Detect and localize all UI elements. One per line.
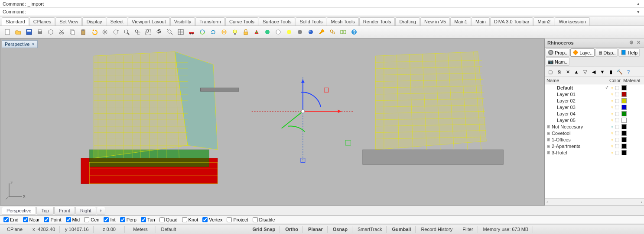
- rotate-icon[interactable]: [111, 27, 120, 37]
- cut-icon[interactable]: [57, 27, 66, 37]
- osnap-checkbox[interactable]: [104, 217, 109, 222]
- color-swatch[interactable]: [621, 98, 627, 103]
- undo-icon[interactable]: [89, 27, 99, 37]
- layer-row[interactable]: Layer 03♀⬚: [545, 104, 644, 110]
- osnap-checkbox[interactable]: [23, 217, 28, 222]
- layer-help-icon[interactable]: ?: [624, 68, 632, 76]
- tab-cplanes[interactable]: CPlanes: [29, 17, 55, 26]
- open-icon[interactable]: [13, 27, 23, 37]
- osnap-checkbox[interactable]: [120, 217, 125, 222]
- lock-icon[interactable]: ⬚: [615, 85, 620, 90]
- lock-icon[interactable]: ⬚: [615, 124, 620, 129]
- expand-icon[interactable]: ⊞: [546, 151, 551, 155]
- lock-icon[interactable]: ⬚: [615, 143, 620, 149]
- visibility-bulb-icon[interactable]: ♀: [609, 85, 615, 90]
- status-history[interactable]: Record History: [416, 226, 457, 233]
- osnap-checkbox[interactable]: [141, 217, 146, 222]
- zoomall-icon[interactable]: [165, 27, 175, 37]
- layer-up-icon[interactable]: ▲: [572, 68, 580, 76]
- refresh-icon[interactable]: [208, 27, 218, 37]
- osnap-mid[interactable]: Mid: [66, 217, 80, 222]
- layer-row[interactable]: ⊞Covetool♀⬚: [545, 130, 644, 136]
- layer-row[interactable]: ⊞2-Apartments♀⬚: [545, 143, 644, 149]
- tab-surface-tools[interactable]: Surface Tools: [259, 17, 295, 26]
- color-swatch[interactable]: [621, 124, 627, 129]
- 3d-icon[interactable]: [46, 27, 55, 37]
- tab-set-view[interactable]: Set View: [55, 17, 82, 26]
- zoomext-icon[interactable]: [143, 27, 153, 37]
- visibility-bulb-icon[interactable]: ♀: [609, 92, 615, 97]
- unwrap-icon[interactable]: [338, 27, 348, 37]
- status-layer[interactable]: Default: [157, 226, 200, 233]
- osnap-cen[interactable]: Cen: [84, 217, 99, 222]
- zoom-icon[interactable]: [122, 27, 131, 37]
- color-swatch[interactable]: [621, 150, 627, 155]
- view-tab-add[interactable]: +: [97, 207, 105, 215]
- visibility-bulb-icon[interactable]: ♀: [609, 98, 615, 103]
- grid-icon[interactable]: [176, 27, 185, 37]
- view-tab-perspective[interactable]: Perspective: [2, 207, 36, 215]
- osnap-int[interactable]: Int: [104, 217, 115, 222]
- osnap-checkbox[interactable]: [66, 217, 71, 222]
- osnap-checkbox[interactable]: [182, 217, 187, 222]
- osnap-checkbox[interactable]: [159, 217, 165, 222]
- lock-icon[interactable]: ⬚: [615, 130, 620, 136]
- tab-viewport-layout[interactable]: Viewport Layout: [128, 17, 170, 26]
- expand-icon[interactable]: ⊞: [546, 125, 551, 129]
- col-name[interactable]: Name: [546, 78, 588, 83]
- bulb-icon[interactable]: [230, 27, 240, 37]
- command-input[interactable]: [28, 9, 635, 15]
- expand-icon[interactable]: ⊞: [546, 138, 551, 142]
- tab-standard[interactable]: Standard: [2, 17, 29, 26]
- color-swatch[interactable]: [621, 131, 627, 136]
- cycle-icon[interactable]: [198, 27, 207, 37]
- color-swatch[interactable]: [621, 137, 627, 142]
- osnap-near[interactable]: Near: [23, 217, 40, 222]
- status-smarttrack[interactable]: SmartTrack: [353, 226, 387, 233]
- pan-icon[interactable]: [100, 27, 110, 37]
- lock-icon[interactable]: [241, 27, 250, 37]
- shade4-icon[interactable]: [295, 27, 305, 37]
- tab-mesh-tools[interactable]: Mesh Tools: [327, 17, 358, 26]
- layer-row[interactable]: Layer 01♀⬚: [545, 91, 644, 97]
- layer-filter-icon[interactable]: ◀: [590, 68, 598, 76]
- tab-display[interactable]: Display: [82, 17, 106, 26]
- tab-diva-3-0-toolbar[interactable]: DIVA 3.0 Toolbar: [490, 17, 533, 26]
- zoomsel-icon[interactable]: S: [154, 27, 164, 37]
- osnap-checkbox[interactable]: [202, 217, 208, 222]
- world-icon[interactable]: [219, 27, 229, 37]
- layer-tools-icon[interactable]: ▮: [607, 68, 615, 76]
- visibility-bulb-icon[interactable]: ♀: [609, 105, 615, 110]
- panel-gear-icon[interactable]: ⚙: [628, 40, 634, 46]
- layer-down-icon[interactable]: ▽: [581, 68, 589, 76]
- tab-select[interactable]: Select: [107, 17, 128, 26]
- layer-sublayer-icon[interactable]: ⎘: [555, 68, 563, 76]
- paint-icon[interactable]: [252, 27, 261, 37]
- scroll-left-icon[interactable]: ‹: [546, 199, 548, 205]
- color-swatch[interactable]: [621, 144, 627, 149]
- tab-main2[interactable]: Main2: [533, 17, 554, 26]
- visibility-bulb-icon[interactable]: ♀: [609, 124, 615, 129]
- layer-funnel-icon[interactable]: ▼: [598, 68, 606, 76]
- lock-icon[interactable]: ⬚: [615, 117, 620, 123]
- visibility-bulb-icon[interactable]: ♀: [609, 144, 615, 149]
- copy-icon[interactable]: [68, 27, 77, 37]
- visibility-bulb-icon[interactable]: ♀: [609, 131, 615, 136]
- layer-row[interactable]: Layer 02♀⬚: [545, 97, 644, 104]
- osnap-project[interactable]: Project: [227, 217, 248, 222]
- status-cplane[interactable]: CPlane: [3, 226, 27, 233]
- tab-main1[interactable]: Main1: [450, 17, 471, 26]
- osnap-checkbox[interactable]: [44, 217, 49, 222]
- lock-icon[interactable]: ⬚: [615, 98, 620, 103]
- layer-row[interactable]: Layer 04♀⬚: [545, 110, 644, 117]
- layer-list[interactable]: Default✓♀⬚Layer 01♀⬚Layer 02♀⬚Layer 03♀⬚…: [545, 84, 644, 198]
- layer-hammer-icon[interactable]: 🔨: [616, 68, 624, 76]
- zoomwin-icon[interactable]: [133, 27, 142, 37]
- car-icon[interactable]: [187, 27, 196, 37]
- color-swatch[interactable]: [621, 92, 627, 97]
- osnap-point[interactable]: Point: [44, 217, 61, 222]
- save-icon[interactable]: [24, 27, 34, 37]
- panel-tab-props[interactable]: 🔘Prop..: [546, 48, 569, 57]
- osnap-checkbox[interactable]: [84, 217, 89, 222]
- tab-solid-tools[interactable]: Solid Tools: [296, 17, 326, 26]
